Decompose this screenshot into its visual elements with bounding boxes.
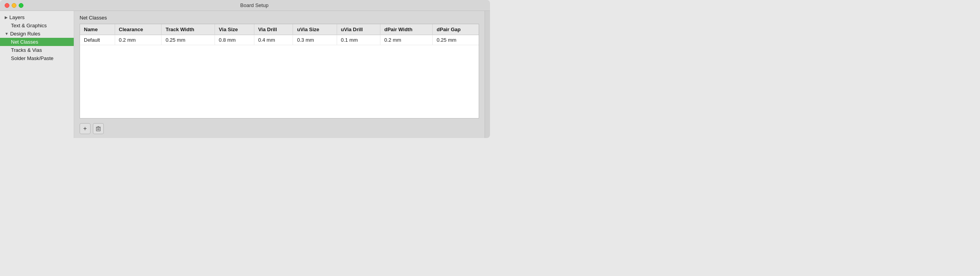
delete-button[interactable]	[93, 123, 104, 134]
cell-name: Default	[80, 35, 115, 45]
cell-via-drill: 0.4 mm	[254, 35, 293, 45]
col-header-track-width: Track Width	[162, 24, 215, 35]
sidebar-item-solder-mask-paste[interactable]: Solder Mask/Paste	[0, 54, 74, 62]
sidebar-item-text-graphics[interactable]: Text & Graphics	[0, 21, 74, 30]
sidebar-item-tracks-vias[interactable]: Tracks & Vias	[0, 46, 74, 54]
design-rules-arrow-icon: ▼	[5, 32, 9, 36]
col-header-dpair-gap: dPair Gap	[433, 24, 479, 35]
sidebar-item-label: Text & Graphics	[11, 23, 47, 28]
sidebar: ▶ Layers Text & Graphics ▼ Design Rules …	[0, 11, 74, 138]
col-header-uvia-size: uVia Size	[293, 24, 337, 35]
sidebar-item-label: Solder Mask/Paste	[11, 55, 53, 61]
sidebar-item-label: Design Rules	[10, 31, 40, 37]
col-header-dpair-width: dPair Width	[380, 24, 432, 35]
net-classes-table-container: Name Clearance Track Width Via Size Via …	[80, 24, 479, 119]
main-content: ▶ Layers Text & Graphics ▼ Design Rules …	[0, 11, 490, 138]
cell-dpair-width: 0.2 mm	[380, 35, 432, 45]
title-bar: Board Setup	[0, 0, 490, 11]
trash-icon	[96, 126, 101, 131]
window: Board Setup ▶ Layers Text & Graphics ▼ D…	[0, 0, 490, 138]
cell-track-width: 0.25 mm	[162, 35, 215, 45]
close-button[interactable]	[5, 3, 9, 8]
panel-title: Net Classes	[80, 15, 479, 21]
cell-clearance: 0.2 mm	[115, 35, 162, 45]
window-title: Board Setup	[23, 2, 485, 8]
sidebar-item-design-rules[interactable]: ▼ Design Rules	[0, 30, 74, 38]
sidebar-item-label: Tracks & Vias	[11, 47, 42, 53]
toolbar: +	[80, 122, 479, 134]
cell-uvia-size: 0.3 mm	[293, 35, 337, 45]
sidebar-item-label: Net Classes	[11, 39, 38, 45]
maximize-button[interactable]	[19, 3, 23, 8]
cell-via-size: 0.8 mm	[215, 35, 254, 45]
cell-uvia-drill: 0.1 mm	[337, 35, 380, 45]
table-header-row: Name Clearance Track Width Via Size Via …	[80, 24, 479, 35]
sidebar-item-layers[interactable]: ▶ Layers	[0, 13, 74, 21]
col-header-uvia-drill: uVia Drill	[337, 24, 380, 35]
traffic-lights	[5, 3, 23, 8]
add-button[interactable]: +	[80, 123, 91, 134]
right-panel: Net Classes Name Clearance Track Width V…	[74, 11, 485, 138]
scrollbar[interactable]	[485, 11, 490, 138]
minimize-button[interactable]	[12, 3, 16, 8]
col-header-via-drill: Via Drill	[254, 24, 293, 35]
col-header-name: Name	[80, 24, 115, 35]
table-row[interactable]: Default 0.2 mm 0.25 mm 0.8 mm 0.4 mm 0.3…	[80, 35, 479, 45]
sidebar-item-net-classes[interactable]: Net Classes	[0, 38, 74, 46]
cell-dpair-gap: 0.25 mm	[433, 35, 479, 45]
sidebar-item-label: Layers	[9, 14, 25, 20]
layers-arrow-icon: ▶	[5, 15, 8, 19]
net-classes-table: Name Clearance Track Width Via Size Via …	[80, 24, 479, 45]
col-header-clearance: Clearance	[115, 24, 162, 35]
col-header-via-size: Via Size	[215, 24, 254, 35]
